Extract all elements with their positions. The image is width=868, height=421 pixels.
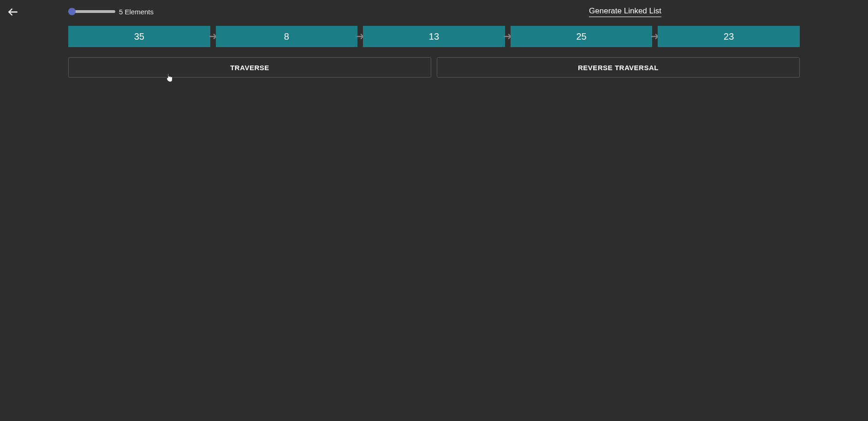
arrow-right-icon: [357, 26, 363, 47]
reverse-traversal-button-label: Reverse Traversal: [578, 64, 659, 72]
slider-thumb[interactable]: [68, 8, 76, 15]
list-node: 23: [658, 26, 800, 47]
traverse-button[interactable]: Traverse: [68, 57, 431, 78]
list-node: 8: [216, 26, 358, 47]
list-node: 35: [68, 26, 210, 47]
slider-label: 5 Elements: [119, 8, 154, 16]
arrow-left-icon: [7, 6, 19, 20]
reverse-traversal-button[interactable]: Reverse Traversal: [437, 57, 800, 78]
arrow-right-icon: [210, 26, 216, 47]
arrow-right-icon: [505, 26, 511, 47]
arrow-right-icon: [652, 26, 658, 47]
list-node: 13: [363, 26, 505, 47]
linked-list-row: 35 8 13 25 23: [68, 26, 800, 47]
generate-linked-list-link[interactable]: Generate Linked List: [589, 6, 661, 17]
list-node: 25: [511, 26, 653, 47]
back-button[interactable]: [6, 6, 20, 20]
elements-slider[interactable]: [68, 8, 115, 15]
traverse-button-label: Traverse: [230, 64, 269, 72]
